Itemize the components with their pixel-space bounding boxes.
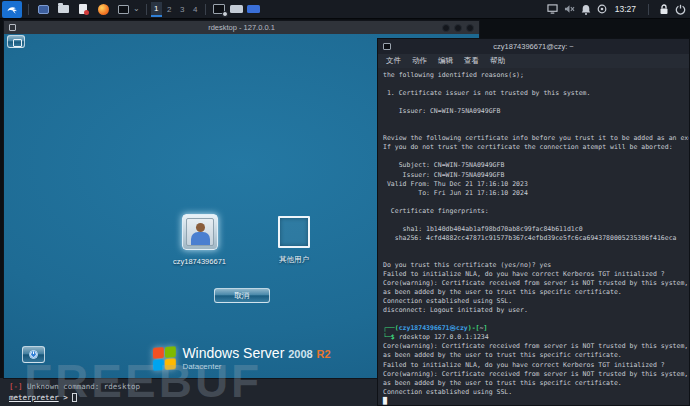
terminal-line: Certificate fingerprints: — [383, 207, 689, 216]
app-window-icon[interactable] — [36, 2, 50, 16]
lock-icon[interactable] — [659, 4, 669, 15]
workspace-4[interactable]: 4 — [190, 2, 201, 17]
status-circle-icon[interactable] — [597, 4, 607, 14]
terminal-line: Review the following certificate info be… — [383, 134, 689, 143]
workspace-switcher: 1 2 3 4 — [151, 2, 201, 17]
terminal-line: as been added by the user to trust this … — [383, 379, 689, 388]
terminal-line: as been added by the user to trust this … — [383, 288, 689, 297]
top-panel: ⌄ 1 2 3 4 — [0, 0, 690, 19]
panel-separator — [648, 4, 649, 15]
desktop: ⌄ 1 2 3 4 — [0, 0, 690, 406]
rdesktop-titlebar[interactable]: rdesktop - 127.0.0.1 — [4, 21, 479, 34]
panel-separator — [205, 4, 206, 15]
terminal-line — [383, 80, 689, 89]
terminal-line: the following identified reasons(s); — [383, 71, 689, 80]
text-editor-icon[interactable] — [76, 2, 90, 16]
panel-separator — [146, 4, 147, 15]
file-manager-icon[interactable] — [56, 2, 70, 16]
minimize-button[interactable] — [442, 24, 450, 32]
terminal-line — [383, 216, 689, 225]
terminal-line: ┌──(czy1874396671㉿czy)-[~] — [383, 324, 689, 333]
notifications-bell-icon[interactable] — [581, 4, 591, 15]
terminal-line: If you do not trust the certificate the … — [383, 143, 689, 152]
terminal-line: Do you trust this certificate (yes/no)? … — [383, 261, 689, 270]
terminal-window: czy1874396671@czy: ~ 文件 动作 编辑 查看 帮助 the … — [377, 38, 690, 406]
terminal-line — [383, 125, 689, 134]
clock[interactable]: 13:27 — [615, 4, 636, 14]
workspace-1[interactable]: 1 — [151, 2, 162, 17]
terminal-title: czy1874396671@czy: ~ — [378, 42, 689, 51]
window-title: rdesktop - 127.0.0.1 — [4, 23, 479, 32]
menu-actions[interactable]: 动作 — [412, 56, 427, 66]
workspace-2[interactable]: 2 — [164, 2, 175, 17]
windows-flag-icon — [152, 346, 175, 371]
terminal-line — [383, 116, 689, 125]
menu-edit[interactable]: 编辑 — [438, 56, 453, 66]
user-name-label: 其他用户 — [279, 255, 309, 265]
cancel-button[interactable]: 取消 — [214, 288, 270, 303]
terminal-line: Core(warning): Certificate received from… — [383, 370, 689, 379]
logon-power-button[interactable] — [22, 346, 45, 363]
brand-year: 2008 — [288, 348, 312, 360]
terminal-launcher-icon[interactable] — [116, 2, 130, 16]
terminal-line: └─$ rdesktop 127.0.0.1:1234 — [383, 333, 689, 342]
terminal-menubar: 文件 动作 编辑 查看 帮助 — [378, 54, 689, 68]
menu-view[interactable]: 查看 — [464, 56, 479, 66]
brand-release: R2 — [317, 348, 331, 360]
brand-edition: Datacenter — [182, 362, 330, 371]
terminal-line: sha256: 4cfd4882cc47871c91577b367c4efbd3… — [383, 234, 689, 243]
audio-muted-icon[interactable] — [564, 4, 575, 14]
display-icon[interactable] — [547, 4, 558, 14]
menu-help[interactable]: 帮助 — [490, 56, 505, 66]
terminal-line: sha1: 1b140db404ab1af98bd70ab8c99fac84b6… — [383, 225, 689, 234]
user-avatar — [182, 214, 218, 250]
user-tile-other-user[interactable]: 其他用户 — [278, 214, 310, 266]
user-tile-czy1874396671[interactable]: czy1874396671 — [173, 214, 226, 266]
terminal-line: Issuer: CN=WIN-75NA0949GFB — [383, 171, 689, 180]
terminal-line — [383, 315, 689, 324]
taskbar-window-button-blue[interactable] — [247, 5, 260, 13]
terminal-line: Issuer: CN=WIN-75NA0949GFB — [383, 107, 689, 116]
terminal-line: Valid From: Thu Dec 21 17:16:10 2023 — [383, 180, 689, 189]
terminal-line: To: Fri Jun 21 17:16:10 2024 — [383, 189, 689, 198]
kali-dragon-icon — [6, 3, 18, 15]
taskbar-window-button-light[interactable] — [230, 5, 243, 13]
terminal-line: Failed to initialize NLA, do you have co… — [383, 270, 689, 279]
taskbar-badge — [222, 11, 228, 17]
workspace-3[interactable]: 3 — [177, 2, 188, 17]
terminal-line: Core(warning): Certificate received from… — [383, 342, 689, 351]
launcher-dropdown-chevron[interactable]: ⌄ — [133, 4, 140, 13]
user-name-label: czy1874396671 — [173, 257, 226, 266]
terminal-output[interactable]: the following identified reasons(s); 1. … — [378, 68, 689, 405]
taskbar-terminal-button[interactable] — [213, 4, 226, 15]
terminal-line: Subject: CN=WIN-75NA0949GFB — [383, 161, 689, 170]
taskbar — [213, 4, 260, 15]
terminal-line: Core(warning): Certificate received from… — [383, 279, 689, 288]
terminal-line: █ — [383, 397, 689, 405]
terminal-line — [383, 152, 689, 161]
power-icon[interactable] — [675, 4, 686, 15]
terminal-line: as been added by the user to trust this … — [383, 351, 689, 360]
panel-separator — [28, 4, 29, 15]
ease-of-access-button[interactable] — [7, 35, 25, 48]
terminal-line: Failed to initialize NLA, do you have co… — [383, 361, 689, 370]
terminal-line: Connection established using SSL. — [383, 297, 689, 306]
terminal-line — [383, 98, 689, 107]
terminal-line: Connection established using SSL. — [383, 388, 689, 397]
windows-server-logo: Windows Server 2008 R2 Datacenter — [152, 345, 330, 371]
terminal-line — [383, 243, 689, 252]
terminal-line: disconnect: Logout initiated by user. — [383, 306, 689, 315]
terminal-line — [383, 252, 689, 261]
close-button[interactable] — [466, 24, 474, 32]
menu-file[interactable]: 文件 — [386, 56, 401, 66]
logon-power-icon — [28, 349, 39, 360]
brand-name: Windows Server — [182, 345, 284, 361]
firefox-icon[interactable] — [96, 2, 110, 16]
empty-user-tile — [278, 216, 310, 248]
text-cursor — [72, 393, 77, 402]
terminal-line: 1. Certificate issuer is not trusted by … — [383, 89, 689, 98]
kali-menu-button[interactable] — [2, 1, 22, 18]
terminal-titlebar[interactable]: czy1874396671@czy: ~ — [378, 39, 689, 54]
terminal-line — [383, 198, 689, 207]
maximize-button[interactable] — [454, 24, 462, 32]
